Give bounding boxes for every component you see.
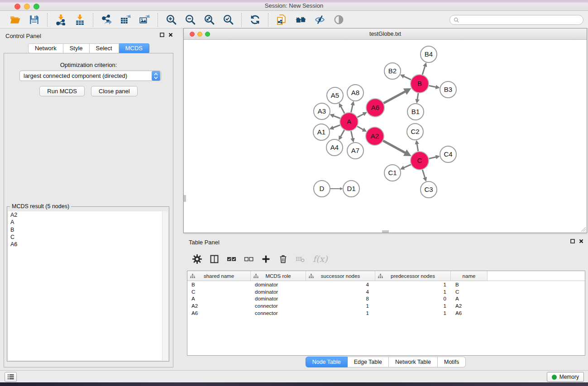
cell[interactable]: 1 (306, 310, 375, 316)
node-C3[interactable]: C3 (421, 181, 437, 198)
zoom-selected-icon[interactable] (221, 13, 235, 27)
cell[interactable]: dominator (251, 289, 306, 295)
node-A[interactable]: A (340, 113, 358, 131)
node-D1[interactable]: D1 (343, 181, 359, 197)
cell[interactable]: B (451, 282, 488, 287)
table-row[interactable]: A2connector11A2 (187, 302, 585, 310)
cell[interactable]: C (451, 289, 488, 295)
apply-layout-icon[interactable] (248, 13, 262, 27)
node-B4[interactable]: B4 (421, 46, 437, 62)
node-C4[interactable]: C4 (440, 146, 456, 162)
tab-edge-table[interactable]: Edge Table (348, 357, 389, 367)
tab-network[interactable]: Network (28, 43, 63, 53)
cell[interactable]: 8 (306, 296, 375, 301)
column-header-shared-name[interactable]: shared name (187, 271, 251, 281)
cell[interactable]: 1 (375, 289, 451, 295)
resize-grip[interactable] (581, 227, 586, 232)
node-A4[interactable]: A4 (326, 139, 343, 156)
create-column-icon[interactable] (261, 254, 271, 264)
node-A7[interactable]: A7 (347, 143, 363, 159)
export-network-icon[interactable] (100, 13, 113, 27)
network-canvas[interactable]: AA1A2A3A4A5A6A7A8BB1B2B3B4CC1C2C3C4DD1 (184, 40, 587, 233)
node-A2[interactable]: A2 (366, 127, 384, 145)
node-B1[interactable]: B1 (407, 104, 424, 120)
task-history-button[interactable] (5, 372, 17, 382)
optimization-criterion-select[interactable]: largest connected component (directed) (19, 71, 161, 81)
table-row[interactable]: Cdominator41C (187, 288, 585, 295)
node-D[interactable]: D (314, 181, 330, 197)
node-B2[interactable]: B2 (384, 63, 401, 79)
network-window-titlebar[interactable]: testGlobe.txt (184, 29, 587, 40)
cell[interactable]: A6 (187, 310, 251, 316)
tab-select[interactable]: Select (90, 43, 119, 53)
cell[interactable]: dominator (251, 296, 306, 301)
cell[interactable]: 1 (375, 310, 451, 316)
node-C2[interactable]: C2 (407, 124, 423, 140)
node-A6[interactable]: A6 (366, 99, 384, 117)
cell[interactable]: A (187, 296, 251, 301)
node-A3[interactable]: A3 (314, 103, 330, 119)
function-builder-icon[interactable]: f(x) (313, 254, 328, 264)
table-row[interactable]: A6connector11A6 (187, 310, 585, 317)
column-header-MCDS-role[interactable]: MCDS role (251, 271, 306, 281)
cell[interactable]: connector (251, 310, 306, 316)
select-all-columns-icon[interactable] (227, 254, 236, 264)
cell[interactable]: 1 (375, 303, 451, 309)
table-mode-gear-icon[interactable] (192, 254, 202, 264)
horizontal-scrollbar-thumb[interactable] (382, 230, 389, 233)
first-neighbors-icon[interactable] (294, 13, 307, 27)
node-A1[interactable]: A1 (313, 124, 330, 140)
delete-table-icon[interactable] (296, 254, 305, 264)
import-table-icon[interactable] (73, 13, 86, 27)
float-panel-icon[interactable] (160, 33, 164, 37)
cell[interactable]: C (187, 289, 251, 295)
hide-selected-icon[interactable] (313, 13, 326, 27)
column-header-predecessor-nodes[interactable]: predecessor nodes (375, 271, 451, 281)
memory-button[interactable]: Memory (547, 372, 584, 382)
cell[interactable]: 0 (375, 296, 451, 301)
cell[interactable]: connector (251, 303, 306, 309)
node-C1[interactable]: C1 (384, 165, 401, 181)
show-columns-icon[interactable] (210, 254, 219, 264)
result-scrollbar[interactable] (162, 211, 168, 360)
save-session-icon[interactable] (27, 13, 41, 27)
open-session-icon[interactable] (8, 13, 22, 27)
tab-mcds[interactable]: MCDS (119, 43, 149, 53)
show-all-icon[interactable] (332, 13, 345, 27)
tab-node-table[interactable]: Node Table (306, 357, 348, 367)
table-row[interactable]: Adominator80A (187, 295, 585, 303)
table-row[interactable]: Bdominator41B (187, 281, 585, 288)
close-panel-icon[interactable] (579, 239, 583, 243)
close-panel-button[interactable]: Close panel (91, 86, 138, 96)
column-header-name[interactable]: name (451, 271, 488, 281)
delete-columns-icon[interactable] (278, 254, 288, 264)
cell[interactable]: dominator (251, 282, 306, 287)
column-header-successor-nodes[interactable]: successor nodes (306, 271, 375, 281)
cell[interactable]: A2 (451, 303, 488, 309)
cell[interactable]: 4 (306, 289, 375, 295)
cell[interactable]: B (187, 282, 251, 287)
node-B3[interactable]: B3 (440, 81, 456, 98)
run-mcds-button[interactable]: Run MCDS (39, 86, 85, 96)
close-panel-icon[interactable] (168, 33, 173, 37)
zoom-out-icon[interactable] (183, 13, 197, 27)
cell[interactable]: 1 (306, 303, 375, 309)
node-C[interactable]: C (411, 152, 429, 170)
cell[interactable]: A (451, 296, 488, 301)
cell[interactable]: 4 (306, 282, 375, 287)
cell[interactable]: A6 (451, 310, 488, 316)
node-A8[interactable]: A8 (347, 85, 363, 101)
node-B[interactable]: B (411, 75, 429, 93)
tab-network-table[interactable]: Network Table (389, 357, 438, 367)
zoom-in-icon[interactable] (164, 13, 178, 27)
import-network-icon[interactable] (54, 13, 67, 27)
float-panel-icon[interactable] (570, 239, 575, 243)
tab-style[interactable]: Style (63, 43, 90, 53)
deselect-all-columns-icon[interactable] (244, 254, 253, 264)
cell[interactable]: 1 (375, 282, 451, 287)
clone-network-icon[interactable] (275, 13, 288, 27)
node-A5[interactable]: A5 (327, 87, 343, 104)
export-image-icon[interactable] (138, 13, 151, 27)
tab-motifs[interactable]: Motifs (438, 357, 466, 367)
search-input[interactable] (449, 15, 583, 25)
